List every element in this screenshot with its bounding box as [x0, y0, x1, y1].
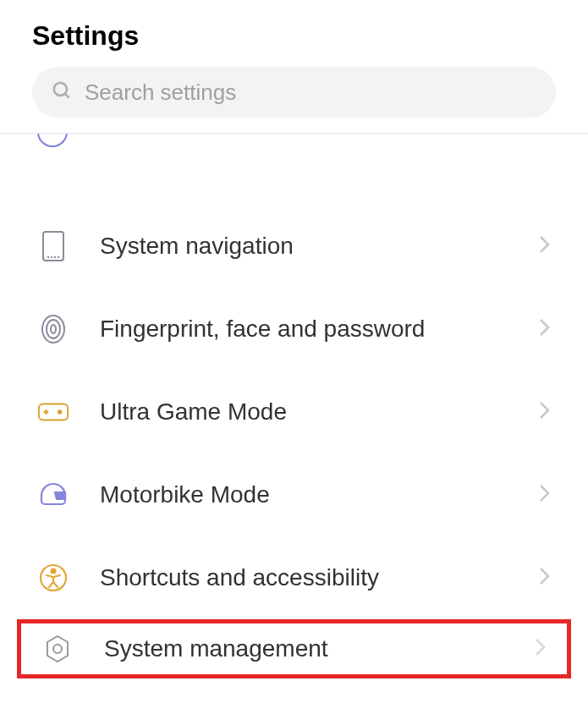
search-input[interactable] — [85, 80, 537, 106]
svg-point-8 — [47, 320, 60, 338]
gamepad-icon — [37, 396, 69, 428]
page-title: Settings — [32, 20, 556, 52]
settings-list: System navigation Fingerprint, face and … — [0, 164, 588, 678]
partial-icon — [37, 134, 68, 147]
search-icon — [51, 80, 73, 105]
search-bar[interactable] — [32, 67, 556, 118]
settings-item-motorbike-mode[interactable]: Motorbike Mode — [0, 453, 588, 536]
search-container — [0, 67, 588, 133]
header: Settings — [0, 0, 588, 67]
item-label: Shortcuts and accessibility — [100, 564, 539, 591]
svg-rect-2 — [43, 232, 63, 261]
chevron-right-icon — [539, 566, 551, 590]
item-label: Motorbike Mode — [100, 481, 539, 508]
settings-item-fingerprint[interactable]: Fingerprint, face and password — [0, 288, 588, 371]
gear-icon — [41, 633, 74, 665]
item-label: Fingerprint, face and password — [100, 316, 539, 343]
settings-item-shortcuts-accessibility[interactable]: Shortcuts and accessibility — [0, 536, 588, 619]
helmet-icon — [37, 479, 69, 511]
chevron-right-icon — [539, 483, 551, 507]
svg-line-1 — [65, 94, 69, 98]
settings-item-system-management[interactable]: System management — [17, 619, 571, 678]
item-label: Ultra Game Mode — [100, 398, 539, 426]
chevron-right-icon — [539, 234, 551, 258]
svg-rect-10 — [39, 404, 68, 420]
svg-marker-16 — [47, 636, 68, 662]
settings-item-ultra-game-mode[interactable]: Ultra Game Mode — [0, 371, 588, 453]
svg-point-13 — [58, 410, 61, 413]
svg-point-17 — [53, 645, 62, 653]
svg-point-9 — [51, 325, 56, 333]
item-label: System navigation — [100, 233, 539, 260]
fingerprint-icon — [37, 313, 69, 345]
svg-point-0 — [54, 83, 67, 96]
item-label: System management — [104, 635, 535, 662]
chevron-right-icon — [539, 400, 551, 424]
chevron-right-icon — [535, 637, 547, 661]
chevron-right-icon — [539, 317, 551, 341]
accessibility-icon — [37, 562, 69, 594]
svg-point-15 — [52, 569, 56, 574]
settings-item-system-navigation[interactable]: System navigation — [0, 205, 588, 288]
partial-previous-item — [0, 134, 588, 164]
phone-icon — [37, 230, 69, 262]
